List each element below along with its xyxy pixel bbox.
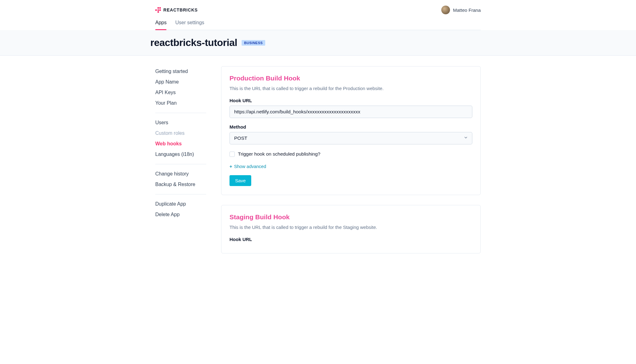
sidebar-item-app-name[interactable]: App Name [155, 77, 206, 87]
sidebar-item-delete-app[interactable]: Delete App [155, 209, 206, 220]
card-title: Staging Build Hook [229, 213, 472, 221]
sidebar-item-web-hooks[interactable]: Web hooks [155, 139, 206, 149]
sidebar: Getting startedApp NameAPI KeysYour Plan… [155, 66, 206, 253]
sidebar-item-duplicate-app[interactable]: Duplicate App [155, 199, 206, 209]
sidebar-item-your-plan[interactable]: Your Plan [155, 98, 206, 108]
sidebar-item-change-history[interactable]: Change history [155, 169, 206, 179]
staging-build-hook-card: Staging Build Hook This is the URL that … [221, 205, 481, 253]
method-label: Method [229, 124, 472, 130]
hook-url-label: Hook URL [229, 237, 472, 242]
card-description: This is the URL that is called to trigge… [229, 86, 472, 91]
sidebar-item-users[interactable]: Users [155, 117, 206, 128]
tab-apps[interactable]: Apps [155, 18, 166, 30]
sidebar-item-backup-restore[interactable]: Backup & Restore [155, 179, 206, 190]
card-description: This is the URL that is called to trigge… [229, 225, 472, 230]
hook-url-label: Hook URL [229, 98, 472, 103]
save-button[interactable]: Save [229, 175, 251, 186]
show-advanced-label: Show advanced [234, 164, 266, 169]
brand-logo[interactable]: REACTBRICKS [155, 7, 198, 13]
tab-user-settings[interactable]: User settings [175, 18, 204, 30]
sidebar-item-api-keys[interactable]: API Keys [155, 87, 206, 98]
plan-badge: BUSINESS [242, 40, 265, 46]
show-advanced-toggle[interactable]: + Show advanced [229, 164, 472, 169]
production-build-hook-card: Production Build Hook This is the URL th… [221, 66, 481, 195]
user-name: Matteo Frana [453, 7, 481, 13]
brand-name: REACTBRICKS [163, 7, 198, 12]
trigger-scheduled-checkbox[interactable] [229, 152, 235, 157]
page-title: reactbricks-tutorial [150, 37, 237, 48]
method-select[interactable] [229, 132, 472, 144]
card-title: Production Build Hook [229, 75, 472, 82]
avatar [441, 6, 450, 14]
hook-url-input[interactable] [229, 106, 472, 118]
sidebar-item-languages-i18n[interactable]: Languages (i18n) [155, 149, 206, 160]
sidebar-item-getting-started[interactable]: Getting started [155, 66, 206, 77]
user-menu[interactable]: Matteo Frana [441, 6, 481, 14]
plus-icon: + [229, 164, 232, 169]
sidebar-item-custom-roles[interactable]: Custom roles [155, 128, 206, 139]
trigger-scheduled-label: Trigger hook on scheduled publishing? [238, 151, 320, 157]
logo-icon [155, 7, 161, 13]
main-tabs: Apps User settings [155, 18, 481, 30]
